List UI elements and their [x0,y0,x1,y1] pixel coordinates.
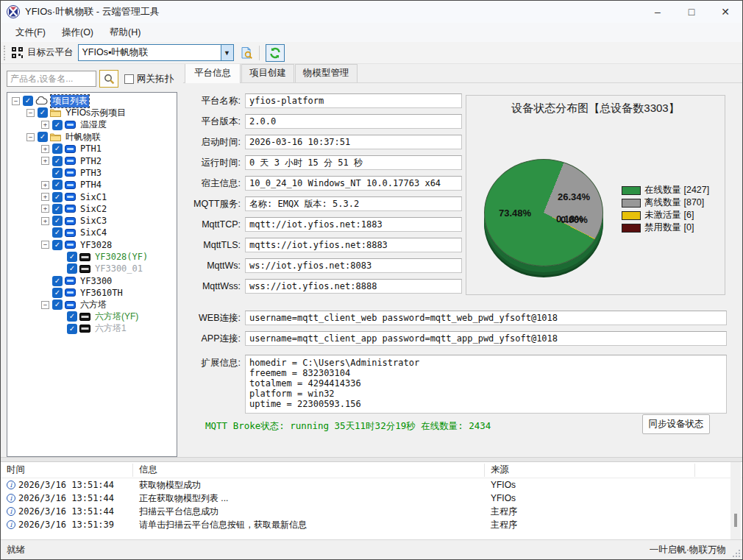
tree-checkbox[interactable]: ✓ [52,120,63,130]
form-field[interactable]: 2026-03-16 10:37:51 [245,135,462,149]
tree-node[interactable]: +✓PTH4 [9,179,177,191]
tree-node[interactable]: ✓SixC4 [9,227,177,238]
tree-checkbox[interactable]: ✓ [52,156,63,166]
tree-node[interactable]: ✓YF3028(YF) [9,251,177,263]
tree-expander-icon[interactable]: − [41,301,49,309]
form-field[interactable]: wss://iot.yfios.net:8888 [245,279,462,294]
tree-checkbox[interactable]: ✓ [52,204,63,214]
tree-node[interactable]: +✓PTH2 [9,155,177,166]
tree-node-label[interactable]: YFIOs示例项目 [64,107,127,119]
log-row[interactable]: i2026/3/16 13:51:44扫描云平台信息成功主程序 [1,505,742,518]
tree-node-label[interactable]: PTH2 [79,156,103,166]
tree-node-label[interactable]: 六方塔1 [93,322,128,335]
tree-node-label[interactable]: YF3028 [79,240,113,250]
web-connect-field[interactable]: username=mqtt_client_web password=mqtt_w… [245,311,727,325]
tree-expander-icon[interactable]: + [41,193,49,201]
tree-checkbox[interactable]: ✓ [52,192,63,202]
form-field[interactable]: 2.0.0 [245,114,462,129]
tree-checkbox[interactable]: ✓ [67,252,77,262]
tree-checkbox[interactable]: ✓ [52,288,63,298]
tree-node-label[interactable]: YF3028(YF) [93,252,149,262]
tree-checkbox[interactable]: ✓ [38,107,48,118]
tree-node-label[interactable]: SixC3 [79,216,108,226]
search-input[interactable] [7,71,96,87]
horizontal-splitter[interactable] [1,457,742,462]
tab-thing-model[interactable]: 物模型管理 [295,64,358,82]
tree-node[interactable]: ✓PTH3 [9,167,177,179]
tree-node-label[interactable]: YF3300_01 [93,263,144,274]
tree-checkbox[interactable]: ✓ [52,143,63,154]
tree-node-label[interactable]: 六方塔(YF) [93,311,140,323]
tree-node[interactable]: −✓YF3028 [9,239,177,251]
tree-node[interactable]: +✓SixC3 [9,215,177,227]
form-field[interactable]: 10_0_24_10 Windows_NT 10.0.17763 x64 [245,176,462,191]
tree-expander-icon[interactable]: + [41,157,49,165]
form-field[interactable]: yfios-platform [245,93,462,108]
menu-help[interactable]: 帮助(H) [102,24,148,41]
tree-expander-icon[interactable]: + [41,145,49,153]
tree-node-label[interactable]: YF3300 [79,276,113,286]
scan-platform-button[interactable] [237,44,256,62]
tree-node-label[interactable]: PTH4 [79,180,103,190]
combobox-dropdown-icon[interactable]: ▼ [221,45,233,60]
tree-node-label[interactable]: YF3610TH [79,288,124,298]
tree-node-label[interactable]: SixC2 [79,204,108,214]
tree-node[interactable]: ✓YF3300_01 [9,263,177,274]
tree-node-label[interactable]: 叶帆物联 [64,131,102,143]
tree-expander-icon[interactable]: − [12,97,20,105]
tree-node[interactable]: +✓PTH1 [9,143,177,155]
sync-device-status-button[interactable]: 同步设备状态 [642,414,710,434]
tree-node-label[interactable]: 温湿度 [79,118,108,131]
tree-node[interactable]: ✓六方塔(YF) [9,311,177,322]
tree-node[interactable]: ✓YF3300 [9,274,177,286]
search-button[interactable] [99,70,118,88]
tree-node-label[interactable]: SixC1 [79,192,108,202]
tree-checkbox[interactable]: ✓ [52,216,63,226]
tree-node-label[interactable]: PTH3 [79,168,103,178]
tree-checkbox[interactable]: ✓ [52,168,63,178]
tree-node[interactable]: ✓六方塔1 [9,323,177,335]
tree-node[interactable]: −✓六方塔 [9,299,177,311]
log-column-source[interactable]: 来源 [485,464,695,477]
tree-node[interactable]: −✓叶帆物联 [9,131,177,143]
resize-grip-icon[interactable] [733,550,741,558]
tree-node[interactable]: ✓YF3610TH [9,287,177,299]
tree-expander-icon[interactable]: + [41,205,49,213]
log-row[interactable]: i2026/3/16 13:51:44正在获取物模型列表 ...YFIOs [1,492,742,505]
tree-checkbox[interactable]: ✓ [67,263,77,274]
refresh-button[interactable] [266,44,285,62]
tree-node[interactable]: +✓温湿度 [9,119,177,131]
form-field[interactable]: 名称: EMQX 版本: 5.3.2 [245,196,462,211]
tab-project-create[interactable]: 项目创建 [241,64,294,82]
form-field[interactable]: mqtts://iot.yfios.net:8883 [245,238,462,252]
tree-checkbox[interactable]: ✓ [52,276,63,286]
checkbox-box[interactable] [124,74,134,84]
app-connect-field[interactable]: username=mqtt_client_app password=mqtt_a… [245,331,727,346]
gateway-topology-checkbox[interactable]: 网关拓扑 [124,73,174,85]
tree-node[interactable]: −✓项目列表 [9,95,177,107]
tree-node-label[interactable]: PTH1 [79,143,103,154]
tree-node[interactable]: +✓SixC2 [9,203,177,215]
tree-checkbox[interactable]: ✓ [38,132,48,142]
tree-checkbox[interactable]: ✓ [52,227,63,238]
tree-node[interactable]: +✓SixC1 [9,191,177,202]
tree-node-label[interactable]: SixC4 [79,227,108,238]
menu-file[interactable]: 文件(F) [8,24,53,41]
log-row[interactable]: i2026/3/16 13:51:39请单击扫描云平台信息按钮，获取最新信息主程… [1,518,742,531]
log-scrollbar[interactable] [730,462,741,539]
tree-checkbox[interactable]: ✓ [67,311,77,322]
tree-checkbox[interactable]: ✓ [23,96,33,106]
tree-checkbox[interactable]: ✓ [52,300,63,310]
log-column-message[interactable]: 信息 [133,464,485,477]
form-field[interactable]: ws://iot.yfios.net:8083 [245,258,462,273]
tab-platform-info[interactable]: 平台信息 [185,64,241,83]
tree-node[interactable]: −✓YFIOs示例项目 [9,107,177,118]
tree-expander-icon[interactable]: + [41,121,49,129]
form-field[interactable]: mqtt://iot.yfios.net:1883 [245,217,462,232]
menu-operate[interactable]: 操作(O) [54,24,101,41]
project-tree[interactable]: −✓项目列表−✓YFIOs示例项目+✓温湿度−✓叶帆物联+✓PTH1+✓PTH2… [7,92,177,457]
platform-combobox[interactable]: YFIOs▪叶帆物联 ▼ [78,44,234,61]
tree-expander-icon[interactable]: − [26,133,35,141]
tree-checkbox[interactable]: ✓ [52,240,63,250]
tree-expander-icon[interactable]: + [41,181,49,189]
